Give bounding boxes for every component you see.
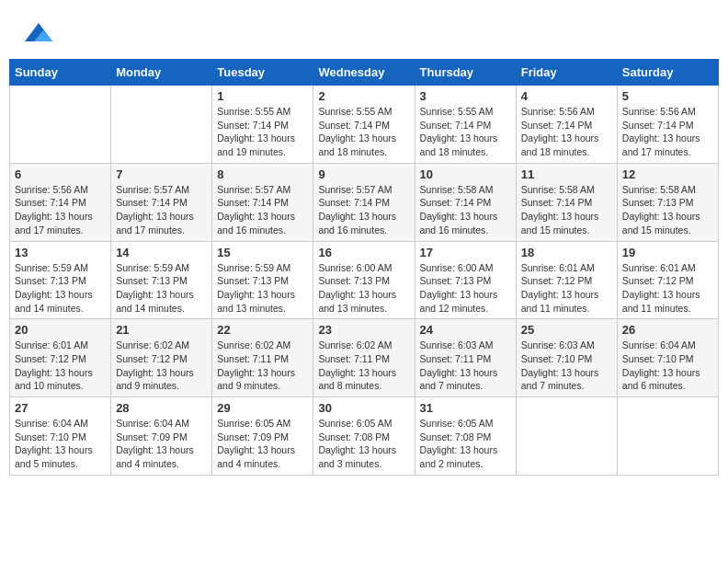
calendar-cell: 1Sunrise: 5:55 AM Sunset: 7:14 PM Daylig… (212, 86, 313, 164)
calendar-cell: 30Sunrise: 6:05 AM Sunset: 7:08 PM Dayli… (313, 397, 415, 476)
calendar-cell: 18Sunrise: 6:01 AM Sunset: 7:12 PM Dayli… (516, 241, 617, 319)
day-number: 30 (318, 401, 409, 415)
day-number: 17 (420, 246, 511, 259)
day-number: 18 (521, 246, 612, 259)
calendar-cell: 15Sunrise: 5:59 AM Sunset: 7:13 PM Dayli… (212, 241, 313, 319)
day-number: 6 (15, 167, 106, 181)
day-number: 31 (420, 401, 511, 415)
day-number: 28 (116, 401, 207, 415)
calendar-cell (111, 86, 212, 164)
calendar-cell: 14Sunrise: 5:59 AM Sunset: 7:13 PM Dayli… (111, 241, 212, 319)
day-info: Sunrise: 6:02 AM Sunset: 7:11 PM Dayligh… (217, 339, 308, 393)
weekday-header-wednesday: Wednesday (313, 60, 415, 86)
calendar-cell: 9Sunrise: 5:57 AM Sunset: 7:14 PM Daylig… (313, 163, 415, 241)
day-number: 8 (217, 167, 308, 181)
day-info: Sunrise: 5:58 AM Sunset: 7:14 PM Dayligh… (521, 183, 612, 237)
day-info: Sunrise: 5:57 AM Sunset: 7:14 PM Dayligh… (217, 183, 308, 237)
weekday-header-monday: Monday (111, 60, 212, 86)
day-info: Sunrise: 6:05 AM Sunset: 7:08 PM Dayligh… (318, 417, 409, 471)
day-number: 1 (217, 89, 308, 103)
calendar-cell: 8Sunrise: 5:57 AM Sunset: 7:14 PM Daylig… (212, 163, 313, 241)
logo-icon (25, 18, 52, 46)
calendar-cell: 3Sunrise: 5:55 AM Sunset: 7:14 PM Daylig… (415, 86, 516, 164)
logo (23, 18, 52, 50)
calendar-cell: 16Sunrise: 6:00 AM Sunset: 7:13 PM Dayli… (313, 241, 415, 319)
calendar-cell: 6Sunrise: 5:56 AM Sunset: 7:14 PM Daylig… (10, 163, 111, 241)
day-info: Sunrise: 6:01 AM Sunset: 7:12 PM Dayligh… (15, 339, 106, 393)
day-info: Sunrise: 6:02 AM Sunset: 7:12 PM Dayligh… (116, 339, 207, 393)
page-header (9, 9, 719, 54)
day-number: 25 (521, 323, 612, 337)
day-info: Sunrise: 5:56 AM Sunset: 7:14 PM Dayligh… (15, 183, 106, 237)
day-info: Sunrise: 6:01 AM Sunset: 7:12 PM Dayligh… (622, 261, 713, 316)
calendar-cell: 2Sunrise: 5:55 AM Sunset: 7:14 PM Daylig… (313, 86, 415, 164)
day-info: Sunrise: 6:04 AM Sunset: 7:10 PM Dayligh… (15, 417, 106, 471)
day-info: Sunrise: 5:56 AM Sunset: 7:14 PM Dayligh… (622, 105, 713, 159)
day-info: Sunrise: 6:00 AM Sunset: 7:13 PM Dayligh… (420, 261, 511, 316)
day-number: 4 (521, 89, 612, 103)
calendar-cell: 25Sunrise: 6:03 AM Sunset: 7:10 PM Dayli… (516, 319, 617, 397)
day-info: Sunrise: 6:03 AM Sunset: 7:11 PM Dayligh… (420, 339, 511, 393)
calendar-cell: 11Sunrise: 5:58 AM Sunset: 7:14 PM Dayli… (516, 163, 617, 241)
weekday-header-friday: Friday (516, 60, 617, 86)
day-number: 20 (15, 323, 106, 337)
day-info: Sunrise: 6:03 AM Sunset: 7:10 PM Dayligh… (521, 339, 612, 393)
calendar-cell: 10Sunrise: 5:58 AM Sunset: 7:14 PM Dayli… (415, 163, 516, 241)
day-number: 26 (622, 323, 713, 337)
calendar-cell: 7Sunrise: 5:57 AM Sunset: 7:14 PM Daylig… (111, 163, 212, 241)
day-number: 2 (318, 89, 409, 103)
day-number: 10 (420, 167, 511, 181)
calendar-cell: 22Sunrise: 6:02 AM Sunset: 7:11 PM Dayli… (212, 319, 313, 397)
day-info: Sunrise: 6:04 AM Sunset: 7:10 PM Dayligh… (622, 339, 713, 393)
day-info: Sunrise: 6:00 AM Sunset: 7:13 PM Dayligh… (318, 261, 409, 316)
day-info: Sunrise: 5:57 AM Sunset: 7:14 PM Dayligh… (318, 183, 409, 237)
calendar-cell: 4Sunrise: 5:56 AM Sunset: 7:14 PM Daylig… (516, 86, 617, 164)
day-number: 29 (217, 401, 308, 415)
weekday-header-tuesday: Tuesday (212, 60, 313, 86)
calendar-cell: 20Sunrise: 6:01 AM Sunset: 7:12 PM Dayli… (10, 319, 111, 397)
day-info: Sunrise: 5:58 AM Sunset: 7:13 PM Dayligh… (622, 183, 713, 237)
day-info: Sunrise: 5:55 AM Sunset: 7:14 PM Dayligh… (420, 105, 511, 159)
day-number: 16 (318, 246, 409, 259)
calendar-cell (516, 397, 617, 476)
day-info: Sunrise: 5:59 AM Sunset: 7:13 PM Dayligh… (15, 261, 106, 316)
weekday-header-thursday: Thursday (415, 60, 516, 86)
calendar-cell (617, 397, 718, 476)
calendar-cell: 12Sunrise: 5:58 AM Sunset: 7:13 PM Dayli… (617, 163, 718, 241)
day-info: Sunrise: 5:55 AM Sunset: 7:14 PM Dayligh… (318, 105, 409, 159)
weekday-header-sunday: Sunday (10, 60, 111, 86)
calendar-table: SundayMondayTuesdayWednesdayThursdayFrid… (9, 59, 719, 476)
calendar-cell: 23Sunrise: 6:02 AM Sunset: 7:11 PM Dayli… (313, 319, 415, 397)
day-number: 21 (116, 323, 207, 337)
day-info: Sunrise: 5:59 AM Sunset: 7:13 PM Dayligh… (217, 261, 308, 316)
day-number: 23 (318, 323, 409, 337)
calendar-cell: 27Sunrise: 6:04 AM Sunset: 7:10 PM Dayli… (10, 397, 111, 476)
day-info: Sunrise: 5:57 AM Sunset: 7:14 PM Dayligh… (116, 183, 207, 237)
day-number: 5 (622, 89, 713, 103)
day-number: 12 (622, 167, 713, 181)
day-number: 24 (420, 323, 511, 337)
day-number: 15 (217, 246, 308, 259)
day-info: Sunrise: 5:55 AM Sunset: 7:14 PM Dayligh… (217, 105, 308, 159)
calendar-cell (10, 86, 111, 164)
day-info: Sunrise: 5:58 AM Sunset: 7:14 PM Dayligh… (420, 183, 511, 237)
day-info: Sunrise: 5:56 AM Sunset: 7:14 PM Dayligh… (521, 105, 612, 159)
day-number: 11 (521, 167, 612, 181)
day-info: Sunrise: 6:04 AM Sunset: 7:09 PM Dayligh… (116, 417, 207, 471)
calendar-cell: 24Sunrise: 6:03 AM Sunset: 7:11 PM Dayli… (415, 319, 516, 397)
calendar-cell: 31Sunrise: 6:05 AM Sunset: 7:08 PM Dayli… (415, 397, 516, 476)
day-number: 13 (15, 246, 106, 259)
day-number: 22 (217, 323, 308, 337)
calendar-cell: 13Sunrise: 5:59 AM Sunset: 7:13 PM Dayli… (10, 241, 111, 319)
calendar-cell: 26Sunrise: 6:04 AM Sunset: 7:10 PM Dayli… (617, 319, 718, 397)
calendar-cell: 29Sunrise: 6:05 AM Sunset: 7:09 PM Dayli… (212, 397, 313, 476)
calendar-cell: 28Sunrise: 6:04 AM Sunset: 7:09 PM Dayli… (111, 397, 212, 476)
day-info: Sunrise: 6:05 AM Sunset: 7:08 PM Dayligh… (420, 417, 511, 471)
day-info: Sunrise: 5:59 AM Sunset: 7:13 PM Dayligh… (116, 261, 207, 316)
weekday-header-saturday: Saturday (617, 60, 718, 86)
day-number: 27 (15, 401, 106, 415)
day-info: Sunrise: 6:05 AM Sunset: 7:09 PM Dayligh… (217, 417, 308, 471)
day-number: 19 (622, 246, 713, 259)
day-number: 3 (420, 89, 511, 103)
day-number: 14 (116, 246, 207, 259)
